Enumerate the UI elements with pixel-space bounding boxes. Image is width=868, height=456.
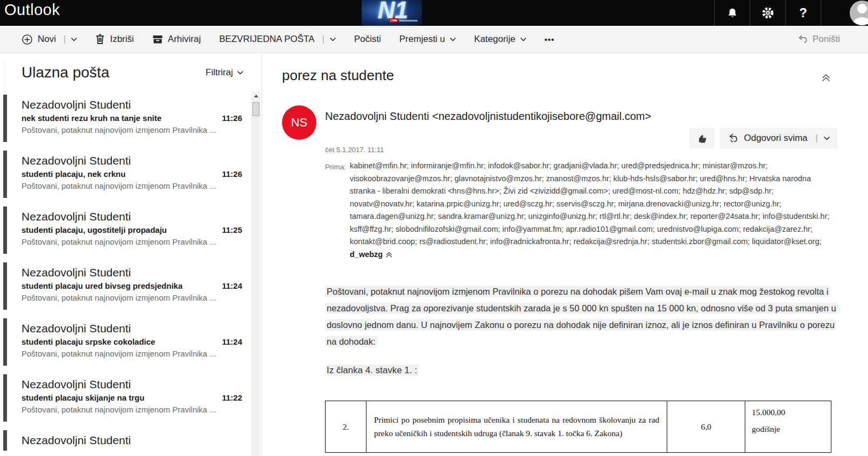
mail-list-item[interactable]: Nezadovoljni Studenti studenti placaju s… [0,371,250,427]
mail-list-item[interactable]: Nezadovoljni Studenti [0,427,250,456]
mail-item-preview: Poštovani, potaknut najnovijom izmjenom … [22,405,242,414]
notifications-button[interactable] [714,0,750,26]
mail-item-time: 11:26 [222,169,242,179]
mail-list-item[interactable]: Nezadovoljni Studenti studenti placaju u… [0,259,250,315]
junk-mail-button[interactable]: BEZVRIJEDNA POŠTA| [219,34,336,45]
mail-item-time: 11:22 [222,393,242,402]
message-body-paragraph: Poštovani, potaknut najnovijom izmjenom … [325,283,836,350]
message-date: čet 5.1.2017. 11:11 [325,146,384,154]
mail-item-subject: studenti placaju srpske cokoladice [22,337,155,346]
mail-list-item[interactable]: Nezadovoljni Studenti studenti placaju s… [0,315,250,371]
sender-name-address: Nezadovoljni Studenti <nezadovoljnistude… [325,110,651,123]
settings-button[interactable] [750,0,785,26]
outlook-logo[interactable]: Outlook [4,1,60,19]
chevron-down-icon [824,137,830,140]
mail-list-pane: Ulazna pošta Filtriraj Nezadovoljni Stud… [0,53,262,456]
recipients-block: Prima: kabinet@mfin.hr; informiranje@mfi… [325,160,834,261]
mail-list-item[interactable]: Nezadovoljni Studenti studenti placaju, … [0,147,250,203]
ad-banner-n1[interactable]: N1 CNN [362,0,422,26]
chevron-down-icon [330,38,336,41]
account-avatar[interactable] [821,0,868,26]
question-mark-icon: ? [799,5,807,20]
plus-circle-icon [22,34,33,45]
undo-button[interactable]: Poništi [798,34,840,45]
like-button[interactable] [689,128,715,148]
archive-box-icon [152,34,163,44]
sweep-button[interactable]: Počisti [354,34,381,45]
bell-icon [726,6,739,19]
message-subject: porez na studente [282,67,394,84]
mail-item-sender: Nezadovoljni Studenti [22,209,242,225]
recipients-list[interactable]: kabinet@mfin.hr; informiranje@mfin.hr; i… [350,160,834,261]
mail-item-time: 11:24 [222,281,242,290]
amount-value: 15.000,00 [752,408,824,417]
mail-item-preview: Poštovani, potaknut najnovijom izmjenom … [22,349,242,358]
table-cell-rate: 6,0 [667,401,745,453]
filter-button[interactable]: Filtriraj [206,67,243,78]
new-mail-button[interactable]: Novi| [22,34,77,45]
gear-icon [761,6,775,20]
reply-all-icon [728,133,738,144]
mail-item-sender: Nezadovoljni Studenti [22,320,242,337]
recipient-group[interactable]: d_webzg [350,250,383,259]
help-button[interactable]: ? [785,0,821,26]
more-commands-button[interactable]: ••• [545,35,555,44]
mail-item-subject: studenti placaju skijanje na trgu [22,393,144,402]
mail-item-time: 11:25 [222,225,242,234]
delete-button[interactable]: Izbriši [95,34,133,45]
unread-indicator [3,151,7,198]
mail-item-preview: Poštovani, potaknut najnovijom izmjenom … [22,237,242,246]
chevron-down-icon [520,38,526,41]
command-toolbar: Novi| Izbriši Arhiviraj BEZVRIJEDNA POŠT… [0,26,868,53]
mail-item-preview: Poštovani, potaknut najnovijom izmjenom … [22,293,242,302]
unread-indicator [3,95,7,142]
scrollbar-up-arrow[interactable] [251,91,260,101]
collapse-recipients-icon[interactable] [386,252,392,258]
chevron-down-icon [71,38,77,41]
topbar-actions: ? [714,0,868,26]
folder-title: Ulazna pošta [22,64,109,81]
mail-item-preview: Poštovani, potaknut najnovijom izmjenom … [22,181,242,190]
cnn-badge: CNN [389,18,418,23]
chevron-down-icon [450,38,456,41]
unread-indicator [3,262,7,310]
scrollbar-thumb[interactable] [252,102,259,116]
archive-button[interactable]: Arhiviraj [152,34,201,45]
move-to-button[interactable]: Premjesti u [399,34,456,45]
unread-indicator [3,374,7,422]
list-scrollbar[interactable] [251,91,260,456]
reply-all-button[interactable]: Odgovori svima| [720,128,837,148]
list-header: Ulazna pošta Filtriraj [22,64,243,81]
mail-item-sender: Nezadovoljni Studenti [22,432,242,448]
mail-item-subject: studenti placaju, ugostitelji propadaju [22,225,167,234]
message-actions: Odgovori svima| [689,128,837,148]
sender-avatar[interactable]: NS [282,105,316,140]
mail-list-item[interactable]: Nezadovoljni Studenti nek studenti rezu … [0,91,250,147]
message-body-note: Iz članka 4. stavke 1. : [325,365,419,376]
categories-button[interactable]: Kategorije [474,34,526,45]
mail-item-time: 11:24 [222,337,242,346]
table-row: 2. Primici po posebnim propisima učenika… [326,401,831,453]
mail-item-sender: Nezadovoljni Studenti [22,97,242,113]
mail-item-preview: Poštovani, potaknut najnovijom izmjenom … [22,125,242,134]
thumb-up-icon [697,133,708,144]
collapse-message-icon[interactable] [822,74,830,82]
person-icon [850,1,868,25]
mail-item-time: 11:26 [222,113,242,123]
table-cell-number: 2. [326,401,366,453]
top-app-bar: Outlook N1 CNN ? [0,0,868,26]
unread-indicator [3,430,7,451]
mail-list-item[interactable]: Nezadovoljni Studenti studenti placaju, … [0,203,250,259]
mail-item-subject: studenti placaju ured bivseg predsjednik… [22,281,182,290]
chevron-down-icon [237,71,243,75]
unread-indicator [3,206,7,254]
mail-item-subject: nek studenti rezu kruh na tanje snite [22,113,161,123]
table-cell-amount: 15.000,00 godišnje [745,401,831,453]
reading-pane: porez na studente NS Nezadovoljni Studen… [263,53,868,456]
amount-period: godišnje [752,424,824,434]
mail-item-sender: Nezadovoljni Studenti [22,153,242,169]
table-cell-description: Primici po posebnim propisima učenika i … [366,401,667,453]
mail-list: Nezadovoljni Studenti nek studenti rezu … [0,91,250,456]
mail-item-subject: studenti placaju, nek crknu [22,169,125,179]
to-label: Prima: [325,160,350,261]
